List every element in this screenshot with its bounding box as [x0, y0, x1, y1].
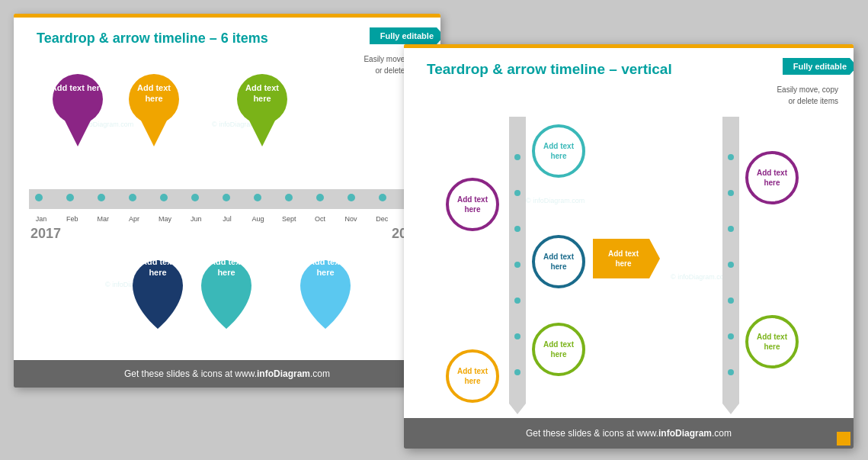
pin3-text: Add texthere — [235, 82, 290, 105]
circle-purple-right: Add texthere — [745, 151, 799, 204]
svg-marker-5 — [248, 119, 276, 146]
drop1-text: Add texthere — [127, 256, 189, 278]
months-row: Jan Feb Mar Apr May Jun Jul Aug Sept Oct… — [29, 215, 425, 223]
year-start: 2017 — [30, 226, 61, 242]
slide1: Teardrop & arrow timeline – 6 items Full… — [14, 14, 440, 388]
pin2: Add texthere — [127, 73, 181, 150]
drop3-text: Add texthere — [294, 256, 357, 278]
circle-teal: Add texthere — [532, 124, 585, 178]
wm-s2-1: © infoDiagram.com — [526, 197, 585, 204]
drop3: Add texthere — [294, 249, 357, 332]
slide2-subtitle: Easily move, copyor delete items — [777, 84, 838, 107]
circle-green-right: Add texthere — [745, 315, 799, 368]
drop1: Add texthere — [127, 249, 189, 332]
vdots-a — [512, 124, 523, 405]
orange-square — [837, 432, 850, 446]
pin2-text: Add texthere — [127, 82, 181, 105]
vdots-b — [725, 124, 736, 405]
pin3: Add texthere — [235, 73, 290, 150]
circle-green: Add texthere — [532, 323, 585, 376]
slide2-badge: Fully editable — [783, 58, 854, 75]
slide2-top-border — [404, 44, 854, 48]
pin1: Add text here — [50, 73, 105, 150]
circle-darkteal: Add texthere — [532, 235, 585, 288]
wm-s2-2: © infoDiagram.com — [671, 273, 729, 281]
drop2: Add texthere — [195, 249, 258, 332]
slide2-title: Teardrop & arrow timeline – vertical — [427, 61, 672, 78]
circle-orange-left: Add texthere — [446, 349, 499, 403]
arrow-orange: Add texthere — [593, 239, 660, 278]
slide1-badge: Fully editable — [370, 27, 440, 44]
pin1-text: Add text here — [50, 82, 105, 93]
slide1-title: Teardrop & arrow timeline – 6 items — [37, 31, 268, 47]
svg-point-0 — [53, 74, 103, 124]
svg-marker-1 — [64, 119, 91, 146]
slide2-footer: Get these slides & icons at www.infoDiag… — [404, 418, 854, 449]
slide2: Teardrop & arrow timeline – vertical Ful… — [404, 44, 854, 449]
slide1-top-border — [14, 14, 440, 18]
slide1-footer: Get these slides & icons at www.infoDiag… — [14, 360, 440, 388]
svg-marker-3 — [140, 119, 168, 146]
drop2-text: Add texthere — [195, 256, 258, 278]
timeline-dots — [35, 194, 418, 201]
circle-purple: Add texthere — [446, 178, 499, 231]
